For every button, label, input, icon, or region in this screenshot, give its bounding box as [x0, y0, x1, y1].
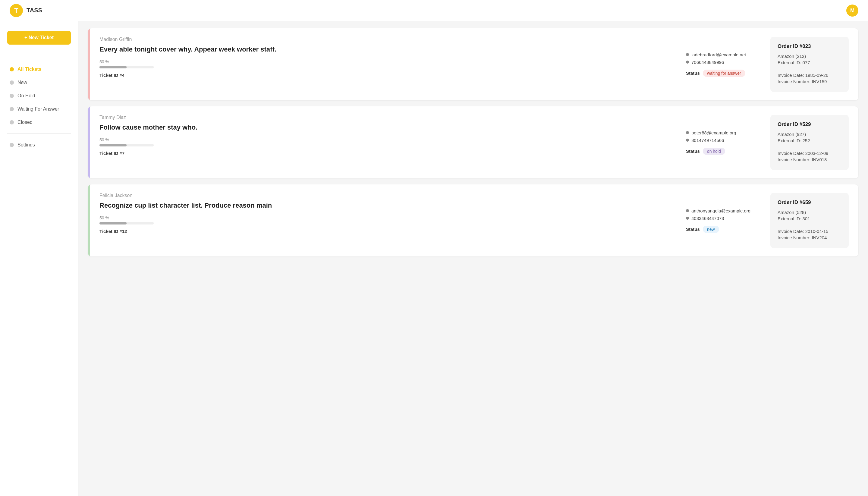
order-invoice-date: Invoice Date: 1985-09-26	[778, 73, 841, 78]
new-dot	[10, 80, 14, 85]
ticket-right: Order ID #529 Amazon (927) External ID: …	[761, 106, 858, 179]
order-id: Order ID #529	[778, 121, 841, 127]
sidebar: + New Ticket All Tickets New On Hold Wai…	[0, 21, 78, 496]
progress-bar-fill	[99, 144, 127, 146]
tickets-list: Madison Griffin Every able tonight cover…	[88, 28, 858, 257]
sidebar-divider-1	[7, 58, 71, 58]
ticket-middle: anthonyangela@example.org 4033463447073 …	[676, 184, 761, 257]
sidebar-divider-2	[7, 134, 71, 134]
sidebar-item-closed[interactable]: Closed	[7, 116, 71, 129]
phone-value: 7066448849996	[692, 60, 724, 65]
email-value: anthonyangela@example.org	[692, 208, 750, 213]
waiting-for-answer-dot	[10, 107, 14, 111]
sidebar-item-settings[interactable]: Settings	[7, 139, 71, 151]
order-amazon: Amazon (528)	[778, 210, 841, 215]
settings-dot	[10, 143, 14, 147]
new-label: New	[17, 80, 27, 85]
email-value: jadebradford@example.net	[692, 52, 746, 57]
ticket-status-row: Status new	[686, 226, 751, 233]
order-box: Order ID #023 Amazon (212) External ID: …	[770, 37, 849, 92]
order-invoice-date: Invoice Date: 2003-12-09	[778, 151, 841, 156]
sidebar-item-on-hold[interactable]: On Hold	[7, 90, 71, 102]
email-dot	[686, 131, 689, 134]
ticket-body: Tammy Diaz Follow cause mother stay who.…	[90, 106, 676, 179]
order-divider	[778, 69, 841, 69]
status-label-text: Status	[686, 71, 700, 76]
header-left: T TASS	[10, 4, 42, 17]
ticket-right: Order ID #659 Amazon (528) External ID: …	[761, 184, 858, 257]
ticket-card[interactable]: Tammy Diaz Follow cause mother stay who.…	[88, 106, 858, 179]
order-external-id: External ID: 077	[778, 60, 841, 65]
ticket-middle: peter88@example.org 8014749714566 Status…	[676, 106, 761, 179]
order-invoice-number: Invoice Number: INV159	[778, 79, 841, 84]
order-id: Order ID #659	[778, 200, 841, 205]
avatar-letter: M	[850, 7, 854, 14]
phone-dot	[686, 61, 689, 64]
sidebar-nav: All Tickets New On Hold Waiting For Answ…	[7, 63, 71, 129]
order-divider	[778, 147, 841, 147]
on-hold-label: On Hold	[17, 93, 35, 98]
phone-dot	[686, 139, 689, 142]
email-value: peter88@example.org	[692, 130, 736, 135]
status-badge: waiting for answer	[703, 69, 745, 77]
ticket-status-row: Status on hold	[686, 148, 751, 155]
order-amazon: Amazon (212)	[778, 53, 841, 59]
ticket-body: Madison Griffin Every able tonight cover…	[90, 28, 676, 100]
main-content: Madison Griffin Every able tonight cover…	[78, 21, 868, 496]
user-avatar[interactable]: M	[846, 4, 858, 17]
order-divider	[778, 225, 841, 225]
header: T TASS M	[0, 0, 868, 21]
status-badge: new	[703, 226, 719, 233]
ticket-id: Ticket ID #12	[99, 229, 667, 234]
phone-value: 4033463447073	[692, 216, 724, 221]
ticket-id: Ticket ID #7	[99, 151, 667, 156]
ticket-email: jadebradford@example.net	[686, 52, 751, 57]
ticket-body: Felicia Jackson Recognize cup list chara…	[90, 184, 676, 257]
status-badge: on hold	[703, 148, 725, 155]
ticket-progress-label: 50 %	[99, 59, 667, 64]
ticket-title: Every able tonight cover why. Appear wee…	[99, 45, 667, 54]
sidebar-item-waiting-for-answer[interactable]: Waiting For Answer	[7, 103, 71, 115]
ticket-phone: 4033463447073	[686, 216, 751, 221]
new-ticket-button[interactable]: + New Ticket	[7, 31, 71, 45]
progress-bar-bg	[99, 66, 154, 68]
progress-bar-fill	[99, 66, 127, 68]
ticket-email: anthonyangela@example.org	[686, 208, 751, 213]
ticket-card[interactable]: Madison Griffin Every able tonight cover…	[88, 28, 858, 100]
sidebar-item-new[interactable]: New	[7, 76, 71, 89]
on-hold-dot	[10, 94, 14, 98]
ticket-phone: 7066448849996	[686, 60, 751, 65]
ticket-id: Ticket ID #4	[99, 73, 667, 78]
ticket-customer: Madison Griffin	[99, 37, 667, 42]
ticket-progress-label: 50 %	[99, 137, 667, 142]
email-dot	[686, 209, 689, 212]
order-invoice-date: Invoice Date: 2010-04-15	[778, 229, 841, 234]
order-box: Order ID #659 Amazon (528) External ID: …	[770, 193, 849, 248]
app-name: TASS	[27, 7, 42, 14]
ticket-card[interactable]: Felicia Jackson Recognize cup list chara…	[88, 184, 858, 257]
ticket-customer: Tammy Diaz	[99, 115, 667, 120]
ticket-customer: Felicia Jackson	[99, 193, 667, 198]
ticket-right: Order ID #023 Amazon (212) External ID: …	[761, 28, 858, 100]
logo-letter: T	[14, 6, 18, 14]
order-invoice-number: Invoice Number: INV204	[778, 235, 841, 240]
ticket-middle: jadebradford@example.net 7066448849996 S…	[676, 28, 761, 100]
status-label-text: Status	[686, 149, 700, 154]
ticket-title: Recognize cup list character list. Produ…	[99, 201, 667, 210]
ticket-title: Follow cause mother stay who.	[99, 123, 667, 132]
sidebar-item-all-tickets[interactable]: All Tickets	[7, 63, 71, 76]
all-tickets-dot	[10, 67, 14, 72]
phone-value: 8014749714566	[692, 138, 724, 143]
ticket-progress-label: 50 %	[99, 215, 667, 220]
order-invoice-number: Invoice Number: INV018	[778, 157, 841, 162]
ticket-email: peter88@example.org	[686, 130, 751, 135]
progress-bar-fill	[99, 222, 127, 224]
order-box: Order ID #529 Amazon (927) External ID: …	[770, 115, 849, 170]
closed-label: Closed	[17, 120, 33, 125]
status-label-text: Status	[686, 227, 700, 232]
settings-label: Settings	[17, 142, 35, 148]
email-dot	[686, 53, 689, 56]
ticket-status-row: Status waiting for answer	[686, 69, 751, 77]
ticket-phone: 8014749714566	[686, 138, 751, 143]
closed-dot	[10, 120, 14, 124]
